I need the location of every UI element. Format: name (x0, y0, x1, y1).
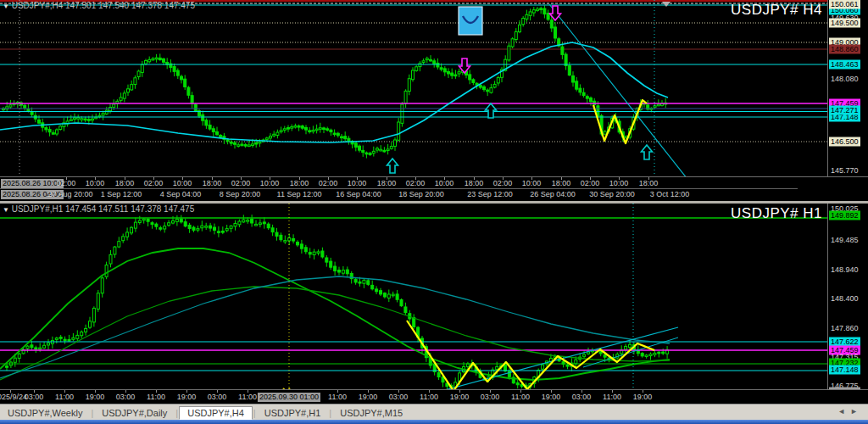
time-tick (581, 390, 582, 393)
time-label: 02:00 (231, 179, 251, 188)
time-label: 18:00 (377, 179, 397, 188)
price-label: 145.770 (829, 166, 860, 176)
candlesticks (3, 5, 667, 158)
time-tick (459, 390, 460, 393)
tab-usdjpy--h1[interactable]: USDJPY#,H1 (257, 406, 329, 420)
time-label: 03:00 (116, 393, 136, 402)
h1-watermark-label: USDJPY# H1 (731, 205, 822, 222)
time-label: 26 Sep 04:00 (530, 190, 576, 199)
price-label: 148.463 (829, 60, 860, 70)
h1-plot-area[interactable] (0, 204, 828, 389)
time-label: 19:00 (177, 393, 197, 402)
time-label: 11:00 (603, 393, 621, 402)
taskbar-edge (0, 420, 868, 424)
time-tick (10, 390, 11, 393)
time-tick (299, 177, 300, 180)
signal-arrow-down-icon[interactable] (459, 59, 470, 73)
h1-symbol-period: USDJPY#,H1 (12, 204, 64, 214)
time-label: 02:00 (57, 179, 76, 188)
time-tick (241, 177, 242, 180)
time-tick (270, 177, 270, 180)
time-label: 18:00 (115, 179, 135, 188)
time-tick (643, 390, 643, 393)
time-label: 10:00 (86, 179, 105, 188)
time-label: 10:00 (348, 179, 367, 188)
time-tick (531, 177, 532, 180)
time-tick (619, 177, 620, 180)
time-label: 10:00 (609, 179, 629, 188)
time-tick (474, 177, 475, 180)
time-label: 1 Sep 12:00 (101, 190, 142, 199)
time-tick (64, 390, 65, 393)
time-tick (34, 390, 35, 393)
price-label: 147.860 (829, 324, 860, 333)
time-label: 03:00 (208, 393, 227, 402)
time-label: 02:00 (319, 179, 338, 188)
h1-price-axis[interactable]: 150.025149.892149.485148.940148.400147.8… (828, 204, 868, 389)
time-label: 10:00 (173, 179, 192, 188)
h1-time-axis[interactable]: 2025/9/2403:0011:0019:0003:0011:0019:000… (0, 389, 868, 404)
h1-ohlc-values: 147.454 147.511 147.378 147.475 (65, 204, 194, 214)
time-tick (125, 177, 125, 180)
tab-usdjpy--weekly[interactable]: USDJPY#,Weekly (0, 406, 90, 420)
time-label: 16 Sep 04:00 (336, 190, 381, 199)
time-label: 11:00 (55, 393, 74, 402)
time-tick (612, 390, 613, 393)
time-tick (503, 177, 504, 180)
time-label: 02:00 (581, 179, 600, 188)
signal-arrow-up-icon[interactable] (642, 145, 653, 159)
time-tick (182, 177, 183, 180)
mt-terminal-window: 150.060150.061149.630149.500149.000148.8… (0, 0, 868, 424)
smile-box-icon[interactable] (459, 7, 482, 35)
price-label: 149.892 (829, 211, 860, 220)
signal-arrow-up-icon[interactable] (486, 103, 497, 118)
time-tick (156, 390, 157, 393)
price-label: 149.485 (829, 236, 860, 245)
time-label: 19:00 (633, 393, 653, 402)
crosshair-time-label: 2025.08.26 10:00 (1, 179, 64, 188)
price-label: 146.500 (829, 137, 860, 147)
chart-expand-icon[interactable]: ▼ (3, 206, 9, 214)
tab-usdjpy--h4[interactable]: USDJPY#,H4 (179, 406, 253, 420)
time-label: 18:00 (552, 179, 571, 188)
chart-expand-icon[interactable]: ▼ (3, 3, 9, 10)
tab-usdjpy--daily[interactable]: USDJPY#,Daily (94, 406, 175, 420)
h4-time-axis[interactable]: 2025.08.26 10:0002:0010:0018:0002:0010:0… (0, 176, 868, 201)
h4-watermark-label: USDJPY# H4 (731, 2, 822, 19)
chart-panel-h1: 150.025149.892149.485148.940148.400147.8… (0, 204, 868, 404)
time-label: 11:00 (238, 393, 257, 402)
time-tick (387, 177, 387, 180)
time-tick (561, 177, 562, 180)
time-tick (490, 390, 491, 393)
time-label: 11:00 (420, 393, 438, 402)
time-tick (95, 390, 96, 393)
time-label: 4 Sep 04:00 (160, 190, 202, 199)
h1-chart-title: ▼ USDJPY#,H1 147.454 147.511 147.378 147… (3, 204, 194, 214)
tab-scroll-arrows[interactable]: ◄► (837, 407, 863, 416)
price-label: 147.271 (829, 106, 860, 115)
time-tick (398, 390, 399, 393)
time-tick (125, 390, 126, 393)
time-label: 03:00 (481, 393, 500, 402)
time-tick (186, 390, 187, 393)
triangle-marker-icon (662, 2, 670, 7)
h4-price-axis[interactable]: 150.060150.061149.630149.500149.000148.8… (828, 0, 868, 176)
time-label: 10:00 (522, 179, 542, 188)
chart-tab-bar: USDJPY#,Weekly|USDJPY#,Daily|USDJPY#,H4|… (0, 404, 868, 421)
price-label: 148.400 (829, 294, 860, 304)
price-label: 148.080 (829, 75, 860, 84)
time-tick (648, 177, 649, 180)
time-tick (153, 177, 154, 180)
tab-scroll-right-icon[interactable]: ► (850, 407, 863, 416)
time-label: 23 Sep 12:00 (467, 190, 513, 199)
time-label: 2025/9/24 (0, 393, 27, 402)
trendline-1[interactable] (549, 4, 693, 176)
time-tick (217, 390, 218, 393)
h4-plot-area[interactable] (0, 0, 828, 176)
signal-arrow-up-icon[interactable] (387, 159, 398, 173)
time-label: 11:00 (511, 393, 530, 402)
time-tick (95, 177, 96, 180)
time-label: 27 Aug 20:00 (47, 190, 92, 199)
tab-scroll-left-icon[interactable]: ◄ (837, 407, 850, 416)
tab-usdjpy--m15[interactable]: USDJPY#,M15 (332, 406, 410, 420)
